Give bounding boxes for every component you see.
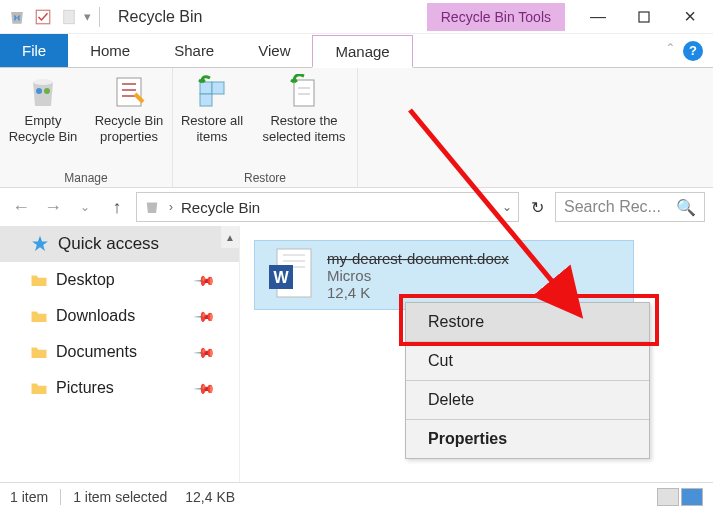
file-size: 12,4 K <box>327 284 509 301</box>
title-bar: ▾ Recycle Bin Recycle Bin Tools — × <box>0 0 713 34</box>
svg-point-3 <box>33 79 53 85</box>
tab-manage[interactable]: Manage <box>312 35 412 68</box>
svg-rect-12 <box>200 94 212 106</box>
folder-icon <box>30 344 48 360</box>
quick-access[interactable]: Quick access <box>0 226 239 262</box>
svg-text:W: W <box>273 269 289 286</box>
details-view-button[interactable] <box>657 488 679 506</box>
context-menu-restore[interactable]: Restore <box>406 303 649 342</box>
restore-all-label: Restore all items <box>177 113 247 144</box>
sidebar-item-desktop[interactable]: Desktop 📌 <box>0 262 239 298</box>
collapse-ribbon-icon[interactable]: ˆ <box>668 42 673 60</box>
svg-rect-10 <box>200 82 212 94</box>
help-button[interactable]: ? <box>683 41 703 61</box>
status-bar: 1 item 1 item selected 12,4 KB <box>0 482 713 510</box>
pin-icon: 📌 <box>193 340 216 363</box>
separator <box>60 489 61 505</box>
forward-button[interactable]: → <box>40 194 66 220</box>
empty-recycle-bin-label: Empty Recycle Bin <box>4 113 82 144</box>
window-title: Recycle Bin <box>118 8 202 26</box>
svg-rect-1 <box>64 10 75 24</box>
quick-access-toolbar: ▾ <box>0 6 110 28</box>
tab-share[interactable]: Share <box>152 34 236 67</box>
chevron-down-icon[interactable]: ⌄ <box>502 200 512 214</box>
ribbon: Empty Recycle Bin Recycle Bin properties… <box>0 68 713 188</box>
context-menu-delete[interactable]: Delete <box>406 381 649 420</box>
star-icon <box>30 234 50 254</box>
svg-rect-0 <box>36 10 50 24</box>
restore-selected-label: Restore the selected items <box>255 113 353 144</box>
sidebar-item-label: Documents <box>56 343 137 361</box>
search-placeholder: Search Rec... <box>564 198 670 216</box>
folder-icon <box>30 308 48 324</box>
navigation-pane: ▲ Quick access Desktop 📌 Downloads 📌 Doc… <box>0 226 240 482</box>
folder-icon <box>30 272 48 288</box>
back-button[interactable]: ← <box>8 194 34 220</box>
address-location: Recycle Bin <box>181 199 260 216</box>
ribbon-group-manage: Manage <box>0 169 172 187</box>
pin-icon: 📌 <box>193 376 216 399</box>
recent-locations-button[interactable]: ⌄ <box>72 194 98 220</box>
quick-access-label: Quick access <box>58 234 159 254</box>
maximize-button[interactable] <box>621 0 667 34</box>
empty-recycle-bin-button[interactable]: Empty Recycle Bin <box>0 68 86 169</box>
sidebar-item-documents[interactable]: Documents 📌 <box>0 334 239 370</box>
sidebar-item-label: Pictures <box>56 379 114 397</box>
tiles-view-button[interactable] <box>681 488 703 506</box>
tab-home[interactable]: Home <box>68 34 152 67</box>
checkbox-icon[interactable] <box>32 6 54 28</box>
tab-view[interactable]: View <box>236 34 312 67</box>
ribbon-tabs: File Home Share View Manage ˆ ? <box>0 34 713 68</box>
svg-rect-2 <box>639 12 649 22</box>
chevron-right-icon: › <box>169 200 173 214</box>
pin-icon: 📌 <box>193 304 216 327</box>
properties-label: Recycle Bin properties <box>90 113 168 144</box>
search-box[interactable]: Search Rec... 🔍 <box>555 192 705 222</box>
ribbon-group-restore: Restore <box>173 169 357 187</box>
close-button[interactable]: × <box>667 0 713 34</box>
context-menu-cut[interactable]: Cut <box>406 342 649 381</box>
folder-icon <box>30 380 48 396</box>
address-bar[interactable]: › Recycle Bin ⌄ <box>136 192 519 222</box>
minimize-button[interactable]: — <box>575 0 621 34</box>
file-name: my-dearest-document.docx <box>327 250 509 267</box>
search-icon: 🔍 <box>676 198 696 217</box>
restore-all-items-button[interactable]: Restore all items <box>173 68 251 169</box>
sidebar-item-downloads[interactable]: Downloads 📌 <box>0 298 239 334</box>
up-button[interactable]: ↑ <box>104 194 130 220</box>
sidebar-item-pictures[interactable]: Pictures 📌 <box>0 370 239 406</box>
recycle-bin-icon <box>143 198 161 216</box>
status-size: 12,4 KB <box>185 489 235 505</box>
document-icon[interactable] <box>58 6 80 28</box>
recycle-bin-properties-button[interactable]: Recycle Bin properties <box>86 68 172 169</box>
context-menu-properties[interactable]: Properties <box>406 420 649 458</box>
svg-rect-13 <box>294 80 314 106</box>
svg-point-4 <box>36 88 42 94</box>
contextual-tab-label: Recycle Bin Tools <box>427 3 565 31</box>
view-mode-buttons <box>657 488 703 506</box>
svg-rect-11 <box>212 82 224 94</box>
restore-selected-items-button[interactable]: Restore the selected items <box>251 68 357 169</box>
sidebar-item-label: Downloads <box>56 307 135 325</box>
recycle-bin-icon <box>6 6 28 28</box>
word-doc-icon: W <box>265 247 315 303</box>
svg-point-5 <box>44 88 50 94</box>
context-menu: Restore Cut Delete Properties <box>405 302 650 459</box>
tab-file[interactable]: File <box>0 34 68 67</box>
status-item-count: 1 item <box>10 489 48 505</box>
refresh-button[interactable]: ↻ <box>525 195 549 219</box>
navigation-bar: ← → ⌄ ↑ › Recycle Bin ⌄ ↻ Search Rec... … <box>0 188 713 226</box>
sidebar-item-label: Desktop <box>56 271 115 289</box>
pin-icon: 📌 <box>193 268 216 291</box>
status-selected: 1 item selected <box>73 489 167 505</box>
file-type: Micros <box>327 267 371 284</box>
file-item-selected[interactable]: W my-dearest-document.docx Micros 12,4 K <box>254 240 634 310</box>
scroll-up-button[interactable]: ▲ <box>221 226 239 248</box>
svg-rect-6 <box>117 78 141 106</box>
